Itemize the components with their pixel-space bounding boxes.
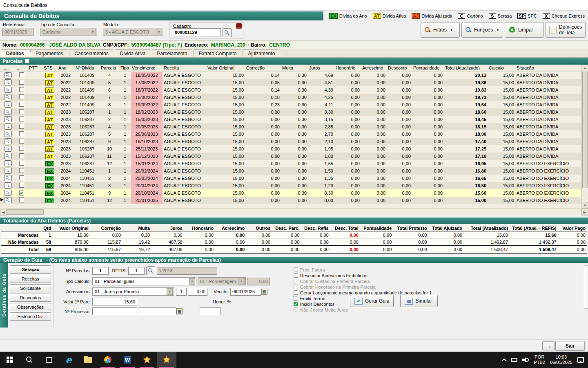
grid-header[interactable]: Nº Divida (74, 65, 100, 72)
modulo-select[interactable]: 3 - ÁGUA E ESGOTO ▼ (103, 28, 163, 36)
row-detail-button[interactable] (4, 153, 12, 159)
guia-side-button-receitas[interactable]: Receitas (10, 275, 51, 283)
row-detail-button[interactable] (4, 116, 12, 122)
row-detail-button[interactable] (4, 190, 12, 196)
sair-button[interactable]: Sair (555, 341, 585, 351)
grid-header[interactable]: Honorário (334, 65, 361, 72)
refis-ref-field[interactable] (157, 267, 217, 275)
honor-field[interactable] (200, 307, 221, 315)
vertical-scrollbar[interactable]: ▲ ▼ (581, 65, 588, 209)
grid-header[interactable]: ...... (0, 65, 16, 72)
row-detail-button[interactable] (4, 72, 12, 79)
row-checkbox[interactable] (19, 124, 24, 129)
grid-header[interactable]: Acrescimo (361, 65, 387, 72)
option-checkbox[interactable] (294, 285, 298, 289)
grid-header[interactable]: Pontualidade (412, 65, 444, 72)
row-detail-button[interactable] (4, 138, 12, 144)
guia-side-button-histórico-div-[interactable]: Histórico Div. (10, 312, 51, 321)
horizontal-scrollbar[interactable]: ◀ ▶ (0, 209, 588, 215)
scrollbar-thumb[interactable] (582, 72, 588, 188)
num-processo-field[interactable] (92, 307, 137, 315)
parcelas-checkbox[interactable] (25, 59, 29, 63)
guia-side-button-observações[interactable]: Observações (10, 303, 51, 311)
ie-taskbar-button[interactable]: e (59, 352, 78, 368)
grid-header[interactable]: Desconto (387, 65, 412, 72)
limpar-button[interactable]: ♻ Limpar (505, 22, 544, 38)
tipo-consulta-select[interactable]: Cadastro ▼ (40, 28, 97, 36)
tab-ajuizamento[interactable]: Ajuizamento (243, 49, 285, 57)
grid-header[interactable]: Vencimento (131, 65, 163, 72)
row-detail-button[interactable] (4, 146, 12, 152)
acrescimo-valor-field[interactable] (188, 288, 207, 296)
tray-chevron-icon[interactable] (502, 358, 507, 364)
porcentagem-select[interactable]: 01 - Porcentagem ▼ (198, 277, 246, 285)
row-checkbox[interactable] (19, 168, 24, 173)
tab-cancelamentos[interactable]: Cancelamentos (69, 49, 118, 57)
row-detail-button[interactable] (4, 87, 12, 93)
referencia-field[interactable] (2, 28, 33, 36)
grid-header[interactable]: Receita (163, 65, 206, 72)
grid-header[interactable]: ... (16, 65, 28, 72)
row-checkbox[interactable] (19, 94, 24, 99)
tab-extrato-completo[interactable]: Extrato Completo (194, 49, 247, 57)
row-detail-button[interactable] (4, 160, 12, 166)
row-checkbox[interactable] (19, 175, 24, 180)
num-parcelas-field[interactable] (92, 267, 109, 275)
row-checkbox[interactable] (19, 146, 24, 151)
grid-header[interactable]: PTT (28, 65, 42, 72)
option-checkbox[interactable] (294, 296, 298, 301)
row-checkbox[interactable] (19, 80, 24, 85)
grid-header[interactable]: Total (Atualizado) (444, 65, 488, 72)
cadastro-field[interactable] (173, 28, 221, 36)
gerar-guia-button[interactable]: ✔ Gerar Guia (350, 295, 394, 307)
row-checkbox[interactable]: ✔ (19, 191, 24, 195)
porcentagem-field[interactable] (247, 278, 270, 285)
row-detail-button[interactable] (4, 123, 12, 130)
guia-side-button-descontos[interactable]: Descontos (10, 294, 51, 302)
row-detail-button[interactable] (4, 101, 12, 108)
grid-header[interactable]: Valor Original (206, 65, 245, 72)
option-checkbox[interactable] (294, 307, 298, 312)
grid-header[interactable]: Calculo (488, 65, 515, 72)
scrollbar-thumb[interactable] (7, 209, 44, 215)
row-checkbox[interactable] (19, 197, 24, 202)
row-checkbox[interactable] (19, 153, 24, 158)
row-checkbox[interactable] (19, 109, 24, 114)
option-checkbox[interactable] (294, 279, 298, 283)
task-view-button[interactable] (39, 352, 59, 368)
row-detail-button[interactable] (4, 109, 12, 115)
row-checkbox[interactable] (19, 72, 24, 77)
simular-button[interactable]: ▦ Simular (400, 295, 438, 307)
app1-taskbar-button[interactable] (137, 352, 157, 368)
scroll-down-icon[interactable]: ▼ (582, 202, 588, 209)
refis-search-button[interactable] (146, 266, 155, 275)
guia-side-button-geração[interactable]: Geração (10, 265, 51, 274)
cadastro-search-button[interactable] (223, 28, 232, 37)
funcoes-button[interactable]: Funções ▼ (461, 22, 503, 38)
row-checkbox[interactable] (19, 117, 24, 121)
option-checkbox[interactable] (294, 267, 298, 272)
chrome-taskbar-button[interactable] (98, 352, 118, 368)
grid-header[interactable]: Situação (515, 65, 581, 72)
row-checkbox[interactable] (19, 161, 24, 166)
scroll-left-icon[interactable]: ◀ (0, 209, 7, 215)
row-detail-button[interactable] (4, 94, 12, 100)
option-checkbox[interactable]: ✔ (294, 302, 298, 306)
row-checkbox[interactable] (19, 183, 24, 188)
grid-header[interactable]: Parcela (100, 65, 119, 72)
option-checkbox[interactable] (294, 273, 298, 278)
row-checkbox[interactable] (19, 131, 24, 136)
acrescimos-select[interactable]: 01 - Juros por Parcela ▼ (92, 287, 174, 296)
calendar-icon[interactable]: ▦ (176, 308, 183, 314)
row-detail-button[interactable] (4, 79, 12, 85)
row-detail-button[interactable] (4, 175, 12, 181)
row-detail-button[interactable] (4, 182, 12, 188)
tab-débitos[interactable]: Débitos (1, 49, 34, 57)
explorer-taskbar-button[interactable] (78, 352, 98, 368)
app2-taskbar-button[interactable] (157, 352, 176, 368)
notification-icon[interactable] (577, 357, 584, 363)
row-detail-button[interactable] (4, 197, 12, 203)
grid-header[interactable]: STS (42, 65, 57, 72)
valor-primeira-parcela-field[interactable] (92, 298, 137, 305)
row-detail-button[interactable] (4, 168, 12, 174)
